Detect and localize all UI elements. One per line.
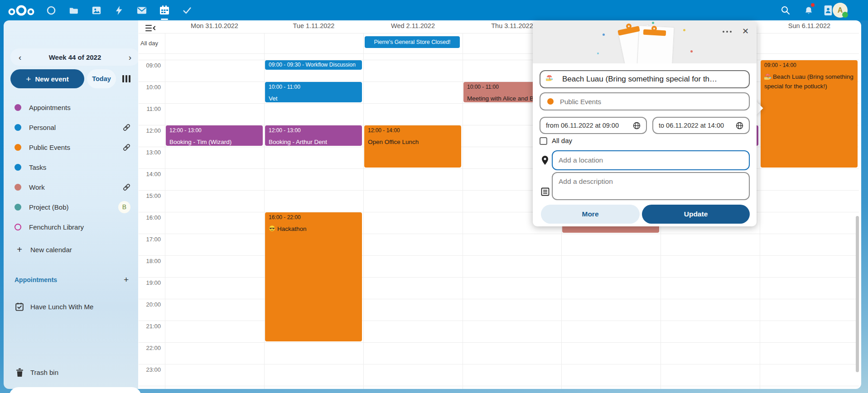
today-button[interactable]: Today — [87, 69, 116, 88]
files-app-icon[interactable] — [64, 0, 84, 20]
calendar-toggle-dot[interactable] — [14, 184, 21, 191]
column-line — [363, 33, 364, 389]
calendar-event[interactable]: 12:00 - 14:00 Open Office Lunch — [364, 125, 461, 168]
more-button[interactable]: More — [541, 205, 640, 224]
tasks-app-icon[interactable] — [177, 0, 197, 20]
sidebar-calendar-item[interactable]: Public Events — [10, 138, 136, 156]
day-header: Tue 1.11.2022 — [264, 22, 363, 32]
appointment-config-item[interactable]: Have Lunch With Me — [10, 298, 136, 315]
calendar-toggle-dot[interactable] — [14, 104, 21, 111]
hour-line — [139, 277, 859, 278]
sidebar-calendar-item[interactable]: Tasks — [10, 158, 136, 176]
today-label: Today — [92, 75, 111, 82]
mail-app-icon[interactable] — [132, 0, 152, 20]
calendar-toggle-dot[interactable] — [14, 204, 21, 211]
calendar-event[interactable]: 16:00 - 22:00 Hackathon — [265, 212, 362, 341]
day-header: Wed 2.11.2022 — [363, 22, 463, 32]
time-label: 16:00 — [134, 214, 161, 221]
calendar-event[interactable]: 09:00 - 09:30 - Workflow Discussion — [265, 60, 362, 70]
sidebar-calendar-item[interactable]: Personal — [10, 118, 136, 136]
next-week-button[interactable]: › — [127, 53, 133, 62]
hour-line — [139, 342, 859, 343]
all-day-checkbox-label: All day — [552, 137, 572, 144]
actions-menu-button[interactable] — [721, 29, 733, 34]
share-link-icon[interactable] — [123, 183, 130, 191]
event-title: Open Office Lunch — [368, 138, 458, 147]
sidebar-calendar-item[interactable]: Work — [10, 178, 136, 196]
event-title: Booking - Tim (Wizard) — [169, 138, 259, 146]
top-bar: A — [0, 0, 868, 20]
calendar-toggle-dot[interactable] — [14, 144, 21, 151]
calendar-select-value: Public Events — [560, 98, 601, 105]
calendar-app-icon[interactable] — [154, 0, 174, 20]
dashboard-app-icon[interactable] — [41, 0, 61, 20]
location-input[interactable] — [559, 156, 743, 164]
time-label: 22:00 — [134, 345, 161, 351]
trash-bin-button[interactable]: Trash bin — [10, 364, 136, 381]
calendar-event[interactable]: 12:00 - 13:00 Booking - Tim (Wizard) — [166, 125, 263, 146]
sidebar-calendar-item[interactable]: Fenchurch Library — [10, 218, 136, 236]
avatar-letter: A — [838, 6, 843, 14]
photos-app-icon[interactable] — [87, 0, 106, 20]
calendar-event[interactable]: 09:00 - 14:00 Beach Luau (Bring somethin… — [761, 60, 858, 168]
event-title-input[interactable] — [562, 75, 743, 84]
event-title: Booking - Arthur Dent — [269, 138, 358, 146]
plus-icon: + — [26, 75, 31, 83]
sidebar-calendar-item[interactable]: Project (Bob)B — [10, 198, 136, 216]
end-datetime-field[interactable]: to 06.11.2022 at 14:00 — [652, 117, 750, 134]
event-title: Hackathon — [269, 225, 358, 234]
calendar-app-page: A ‹ Week 44 of 2022 › + New event Today … — [0, 0, 868, 393]
end-datetime-value: to 06.11.2022 at 14:00 — [659, 122, 724, 129]
previous-week-button[interactable]: ‹ — [17, 53, 23, 62]
start-datetime-field[interactable]: from 06.11.2022 at 09:00 — [540, 117, 647, 134]
new-calendar-button[interactable]: + New calendar — [10, 241, 136, 258]
trash-icon — [14, 368, 24, 377]
description-input[interactable] — [559, 177, 743, 194]
all-day-event[interactable]: Pierre's General Store Closed! — [365, 36, 460, 48]
search-icon[interactable] — [775, 0, 795, 20]
appointments-section-header: Appointments + — [14, 275, 136, 285]
share-link-icon[interactable] — [123, 144, 130, 151]
calendar-select[interactable]: Public Events — [540, 92, 750, 110]
sidebar-toggle-icon[interactable] — [145, 24, 157, 34]
section-title: Appointments — [14, 276, 57, 283]
close-icon[interactable]: ✕ — [740, 24, 751, 38]
share-link-icon[interactable] — [123, 124, 130, 131]
calendar-check-icon — [14, 302, 24, 311]
time-label: 12:00 — [134, 127, 161, 134]
time-label: 19:00 — [134, 279, 161, 286]
timezone-globe-icon[interactable] — [736, 122, 743, 129]
calendar-color-dot — [547, 98, 554, 105]
column-line — [760, 33, 760, 389]
new-event-button[interactable]: + New event — [10, 69, 84, 88]
trash-label: Trash bin — [30, 369, 58, 376]
time-label: 14:00 — [134, 171, 161, 177]
notifications-bell-icon[interactable] — [799, 0, 819, 20]
event-time: 10:00 - 11:00 — [269, 84, 358, 91]
activity-app-icon[interactable] — [109, 0, 129, 20]
vertical-scrollbar[interactable] — [856, 216, 859, 372]
timezone-globe-icon[interactable] — [633, 122, 641, 129]
active-app-indicator — [161, 19, 168, 20]
event-title-field[interactable] — [540, 70, 750, 88]
time-label: 13:00 — [134, 149, 161, 156]
new-calendar-label: New calendar — [30, 246, 72, 254]
description-field — [552, 172, 750, 200]
all-day-checkbox[interactable] — [540, 137, 547, 145]
calendar-toggle-dot[interactable] — [14, 124, 21, 131]
view-columns-icon[interactable] — [122, 75, 130, 82]
sidebar-calendar-item[interactable]: Appointments — [10, 98, 136, 116]
column-line — [463, 33, 463, 389]
add-appointment-button[interactable]: + — [124, 275, 129, 285]
calendar-event[interactable]: 10:00 - 11:00 Vet — [265, 82, 362, 102]
calendar-settings-button[interactable]: ⚙ Calendar settings — [9, 387, 141, 393]
all-day-row-label: All day — [140, 40, 158, 47]
calendar-toggle-dot[interactable] — [14, 164, 21, 171]
nextcloud-logo[interactable] — [6, 0, 36, 20]
time-label: 11:00 — [134, 105, 161, 112]
time-label: 18:00 — [134, 258, 161, 264]
update-button[interactable]: Update — [642, 205, 750, 224]
calendar-event[interactable]: 12:00 - 13:00 Booking - Arthur Dent — [265, 125, 362, 146]
calendar-toggle-dot[interactable] — [14, 224, 21, 230]
event-time: 09:00 - 14:00 — [764, 62, 854, 69]
